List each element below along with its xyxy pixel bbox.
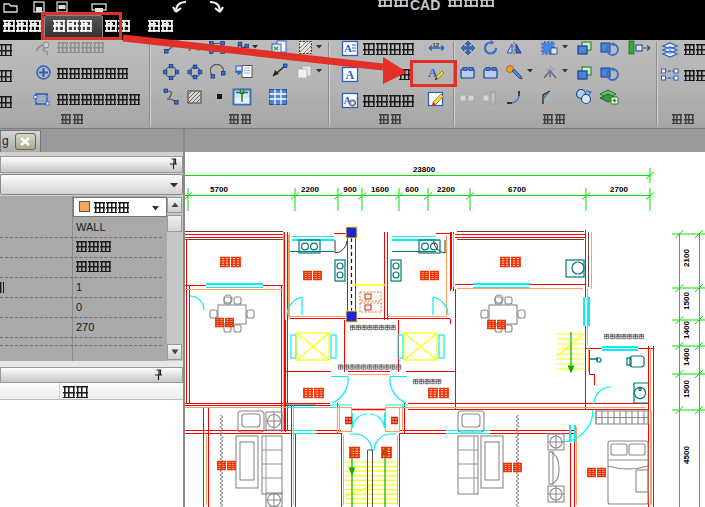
svg-text:5700: 5700	[210, 185, 228, 194]
svg-text:1400: 1400	[682, 348, 691, 366]
svg-text:23800: 23800	[413, 165, 436, 174]
svg-text:4500: 4500	[682, 446, 691, 464]
svg-text:2200: 2200	[437, 185, 455, 194]
svg-text:1400: 1400	[682, 321, 691, 339]
svg-text:1500: 1500	[682, 292, 691, 310]
svg-text:1600: 1600	[371, 185, 389, 194]
svg-text:900: 900	[343, 185, 357, 194]
svg-text:600: 600	[405, 185, 419, 194]
svg-text:2700: 2700	[610, 185, 628, 194]
svg-text:12: 12	[433, 42, 440, 48]
svg-text:6700: 6700	[508, 185, 526, 194]
svg-text:2100: 2100	[682, 249, 691, 267]
svg-text:2200: 2200	[301, 185, 319, 194]
svg-text:1500: 1500	[682, 380, 691, 398]
